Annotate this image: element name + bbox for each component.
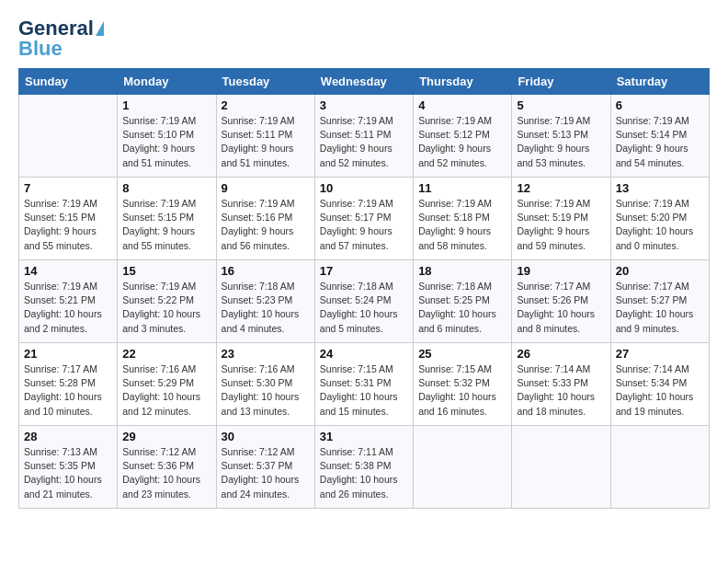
- day-detail: Sunrise: 7:19 AMSunset: 5:17 PMDaylight:…: [320, 197, 408, 253]
- day-number: 7: [24, 181, 112, 195]
- calendar-cell: 10Sunrise: 7:19 AMSunset: 5:17 PMDayligh…: [314, 178, 413, 260]
- calendar-header-row: SundayMondayTuesdayWednesdayThursdayFrid…: [19, 69, 710, 95]
- calendar-cell: 13Sunrise: 7:19 AMSunset: 5:20 PMDayligh…: [610, 178, 709, 260]
- calendar-cell: 7Sunrise: 7:19 AMSunset: 5:15 PMDaylight…: [19, 178, 118, 260]
- day-number: 27: [616, 347, 704, 361]
- calendar-cell: 11Sunrise: 7:19 AMSunset: 5:18 PMDayligh…: [414, 178, 512, 260]
- day-number: 11: [418, 181, 506, 195]
- day-number: 21: [24, 347, 112, 361]
- calendar-cell: 4Sunrise: 7:19 AMSunset: 5:12 PMDaylight…: [414, 95, 512, 178]
- day-detail: Sunrise: 7:14 AMSunset: 5:34 PMDaylight:…: [616, 362, 704, 419]
- day-number: 8: [122, 181, 210, 195]
- day-detail: Sunrise: 7:16 AMSunset: 5:30 PMDaylight:…: [222, 362, 310, 419]
- day-number: 13: [616, 181, 704, 195]
- day-number: 12: [517, 181, 605, 195]
- day-number: 3: [320, 98, 408, 112]
- day-number: 31: [320, 430, 408, 443]
- calendar-cell: 18Sunrise: 7:18 AMSunset: 5:25 PMDayligh…: [414, 260, 512, 343]
- day-number: 26: [517, 347, 605, 361]
- calendar-cell: 16Sunrise: 7:18 AMSunset: 5:23 PMDayligh…: [216, 260, 314, 343]
- header-cell-tuesday: Tuesday: [216, 69, 314, 95]
- day-detail: Sunrise: 7:16 AMSunset: 5:29 PMDaylight:…: [122, 362, 210, 419]
- day-detail: Sunrise: 7:15 AMSunset: 5:32 PMDaylight:…: [418, 362, 506, 419]
- day-number: 6: [616, 98, 704, 112]
- calendar-cell: 26Sunrise: 7:14 AMSunset: 5:33 PMDayligh…: [512, 343, 610, 426]
- day-detail: Sunrise: 7:17 AMSunset: 5:27 PMDaylight:…: [616, 280, 704, 336]
- calendar-cell: 19Sunrise: 7:17 AMSunset: 5:26 PMDayligh…: [512, 260, 610, 343]
- day-detail: Sunrise: 7:18 AMSunset: 5:25 PMDaylight:…: [418, 280, 506, 336]
- day-number: 5: [517, 98, 605, 112]
- calendar-cell: [610, 426, 709, 509]
- day-number: 29: [122, 430, 210, 443]
- day-number: 1: [122, 98, 210, 112]
- calendar-cell: 22Sunrise: 7:16 AMSunset: 5:29 PMDayligh…: [118, 343, 216, 426]
- logo: General Blue: [18, 18, 104, 59]
- header-cell-monday: Monday: [118, 69, 216, 95]
- day-detail: Sunrise: 7:19 AMSunset: 5:12 PMDaylight:…: [418, 114, 506, 170]
- day-number: 15: [122, 264, 210, 278]
- day-number: 14: [24, 264, 112, 278]
- day-number: 24: [320, 347, 408, 361]
- calendar-cell: 24Sunrise: 7:15 AMSunset: 5:31 PMDayligh…: [314, 343, 413, 426]
- calendar-cell: 20Sunrise: 7:17 AMSunset: 5:27 PMDayligh…: [610, 260, 709, 343]
- day-number: 17: [320, 264, 408, 278]
- day-detail: Sunrise: 7:19 AMSunset: 5:18 PMDaylight:…: [418, 197, 506, 253]
- day-detail: Sunrise: 7:19 AMSunset: 5:11 PMDaylight:…: [222, 114, 310, 170]
- day-number: 10: [320, 181, 408, 195]
- calendar-cell: [414, 426, 512, 509]
- calendar-cell: 12Sunrise: 7:19 AMSunset: 5:19 PMDayligh…: [512, 178, 610, 260]
- calendar-cell: 25Sunrise: 7:15 AMSunset: 5:32 PMDayligh…: [414, 343, 512, 426]
- calendar-cell: [19, 95, 118, 178]
- calendar-cell: 6Sunrise: 7:19 AMSunset: 5:14 PMDaylight…: [610, 95, 709, 178]
- day-detail: Sunrise: 7:14 AMSunset: 5:33 PMDaylight:…: [517, 362, 605, 419]
- day-number: 28: [24, 430, 112, 443]
- day-number: 16: [222, 264, 310, 278]
- day-number: 19: [517, 264, 605, 278]
- week-row-2: 7Sunrise: 7:19 AMSunset: 5:15 PMDaylight…: [19, 178, 710, 260]
- day-detail: Sunrise: 7:19 AMSunset: 5:15 PMDaylight:…: [24, 197, 112, 253]
- calendar-cell: 23Sunrise: 7:16 AMSunset: 5:30 PMDayligh…: [216, 343, 314, 426]
- week-row-5: 28Sunrise: 7:13 AMSunset: 5:35 PMDayligh…: [19, 426, 710, 509]
- header-cell-thursday: Thursday: [414, 69, 512, 95]
- header-cell-sunday: Sunday: [19, 69, 118, 95]
- day-detail: Sunrise: 7:19 AMSunset: 5:10 PMDaylight:…: [122, 114, 210, 170]
- page-header: General Blue: [18, 18, 710, 59]
- day-detail: Sunrise: 7:17 AMSunset: 5:26 PMDaylight:…: [517, 280, 605, 336]
- day-detail: Sunrise: 7:19 AMSunset: 5:11 PMDaylight:…: [320, 114, 408, 170]
- calendar-cell: 28Sunrise: 7:13 AMSunset: 5:35 PMDayligh…: [19, 426, 118, 509]
- day-detail: Sunrise: 7:19 AMSunset: 5:16 PMDaylight:…: [222, 197, 310, 253]
- day-detail: Sunrise: 7:13 AMSunset: 5:35 PMDaylight:…: [24, 445, 112, 501]
- day-detail: Sunrise: 7:18 AMSunset: 5:23 PMDaylight:…: [222, 280, 310, 336]
- calendar-cell: 17Sunrise: 7:18 AMSunset: 5:24 PMDayligh…: [314, 260, 413, 343]
- day-number: 22: [122, 347, 210, 361]
- day-number: 23: [222, 347, 310, 361]
- day-detail: Sunrise: 7:18 AMSunset: 5:24 PMDaylight:…: [320, 280, 408, 336]
- calendar-cell: 1Sunrise: 7:19 AMSunset: 5:10 PMDaylight…: [118, 95, 216, 178]
- day-detail: Sunrise: 7:12 AMSunset: 5:37 PMDaylight:…: [222, 445, 310, 501]
- calendar-cell: 3Sunrise: 7:19 AMSunset: 5:11 PMDaylight…: [314, 95, 413, 178]
- day-number: 25: [418, 347, 506, 361]
- calendar-cell: 5Sunrise: 7:19 AMSunset: 5:13 PMDaylight…: [512, 95, 610, 178]
- day-detail: Sunrise: 7:19 AMSunset: 5:19 PMDaylight:…: [517, 197, 605, 253]
- logo-text-blue: Blue: [18, 39, 63, 59]
- header-cell-wednesday: Wednesday: [314, 69, 413, 95]
- week-row-4: 21Sunrise: 7:17 AMSunset: 5:28 PMDayligh…: [19, 343, 710, 426]
- day-detail: Sunrise: 7:19 AMSunset: 5:14 PMDaylight:…: [616, 114, 704, 170]
- day-detail: Sunrise: 7:17 AMSunset: 5:28 PMDaylight:…: [24, 362, 112, 419]
- calendar-cell: 15Sunrise: 7:19 AMSunset: 5:22 PMDayligh…: [118, 260, 216, 343]
- calendar-cell: 14Sunrise: 7:19 AMSunset: 5:21 PMDayligh…: [19, 260, 118, 343]
- calendar-cell: 21Sunrise: 7:17 AMSunset: 5:28 PMDayligh…: [19, 343, 118, 426]
- day-number: 4: [418, 98, 506, 112]
- calendar-cell: 27Sunrise: 7:14 AMSunset: 5:34 PMDayligh…: [610, 343, 709, 426]
- calendar-cell: 30Sunrise: 7:12 AMSunset: 5:37 PMDayligh…: [216, 426, 314, 509]
- week-row-3: 14Sunrise: 7:19 AMSunset: 5:21 PMDayligh…: [19, 260, 710, 343]
- logo-icon: [96, 21, 104, 36]
- week-row-1: 1Sunrise: 7:19 AMSunset: 5:10 PMDaylight…: [19, 95, 710, 178]
- day-detail: Sunrise: 7:11 AMSunset: 5:38 PMDaylight:…: [320, 445, 408, 501]
- day-number: 20: [616, 264, 704, 278]
- calendar-cell: 29Sunrise: 7:12 AMSunset: 5:36 PMDayligh…: [118, 426, 216, 509]
- logo-text-general: General: [18, 18, 94, 39]
- day-detail: Sunrise: 7:19 AMSunset: 5:21 PMDaylight:…: [24, 280, 112, 336]
- day-detail: Sunrise: 7:15 AMSunset: 5:31 PMDaylight:…: [320, 362, 408, 419]
- day-detail: Sunrise: 7:19 AMSunset: 5:13 PMDaylight:…: [517, 114, 605, 170]
